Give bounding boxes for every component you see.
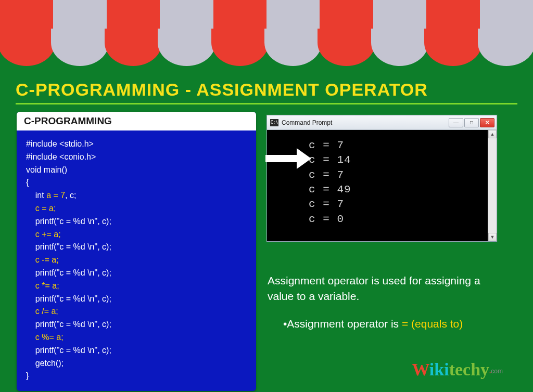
code-token: #include <stdio.h> — [26, 139, 94, 148]
code-token: int — [26, 191, 46, 200]
command-prompt-window: C:\ Command Prompt ― □ ✕ c = 7 c = 14 c … — [266, 115, 497, 242]
code-token — [26, 204, 35, 213]
code-token: c += a; — [35, 230, 61, 239]
code-token: a = 7 — [46, 191, 65, 200]
wikitechy-logo: Wikitechy.com — [412, 360, 503, 380]
code-token: printf("c = %d \n", c); — [26, 217, 111, 226]
code-token: } — [26, 371, 29, 380]
code-token: #include <conio.h> — [26, 152, 96, 161]
code-token: c *= a; — [35, 281, 59, 290]
explanation-bullet: •Assignment operator is = (equals to) — [268, 316, 499, 332]
code-token: { — [26, 178, 29, 187]
arrow-icon — [265, 148, 311, 169]
code-token — [26, 333, 35, 342]
maximize-button[interactable]: □ — [464, 118, 479, 127]
code-token: c -= a; — [35, 255, 59, 264]
code-token: printf("c = %d \n", c); — [26, 294, 111, 303]
close-button[interactable]: ✕ — [480, 118, 494, 127]
cmd-output: c = 7 c = 14 c = 7 c = 49 c = 7 c = 0 — [267, 130, 488, 241]
code-token: getch(); — [26, 359, 64, 368]
code-token — [26, 230, 35, 239]
code-token: , c; — [65, 191, 76, 200]
code-token — [26, 307, 35, 316]
minimize-button[interactable]: ― — [449, 118, 463, 127]
code-body: #include <stdio.h> #include <conio.h> vo… — [17, 130, 256, 391]
scroll-down-icon[interactable]: ▼ — [488, 233, 497, 241]
explanation-text: Assignment operator is used for assignin… — [266, 273, 501, 332]
cmd-scrollbar[interactable]: ▲ ▼ — [488, 130, 497, 241]
code-token: printf("c = %d \n", c); — [26, 268, 111, 277]
code-token — [26, 281, 35, 290]
page-title: C-PROGRAMMING - ASSIGNMENT OPERATOR — [16, 80, 517, 104]
scroll-up-icon[interactable]: ▲ — [488, 130, 497, 138]
code-card: C-PROGRAMMING #include <stdio.h> #includ… — [17, 112, 256, 391]
code-token: c = a; — [35, 204, 56, 213]
explanation-line-1: Assignment operator is used for assignin… — [268, 273, 499, 305]
code-token: c /= a; — [35, 307, 58, 316]
code-token: c %= a; — [35, 333, 64, 342]
code-token: printf("c = %d \n", c); — [26, 346, 111, 355]
code-card-title: C-PROGRAMMING — [17, 112, 256, 130]
code-token: printf("c = %d \n", c); — [26, 242, 111, 251]
cmd-icon: C:\ — [270, 119, 278, 126]
code-token: void main() — [26, 165, 67, 174]
cmd-title: Command Prompt — [282, 119, 446, 126]
awning-decoration — [0, 0, 533, 75]
code-token: printf("c = %d \n", c); — [26, 320, 111, 329]
cmd-titlebar: C:\ Command Prompt ― □ ✕ — [267, 115, 497, 130]
code-token — [26, 255, 35, 264]
